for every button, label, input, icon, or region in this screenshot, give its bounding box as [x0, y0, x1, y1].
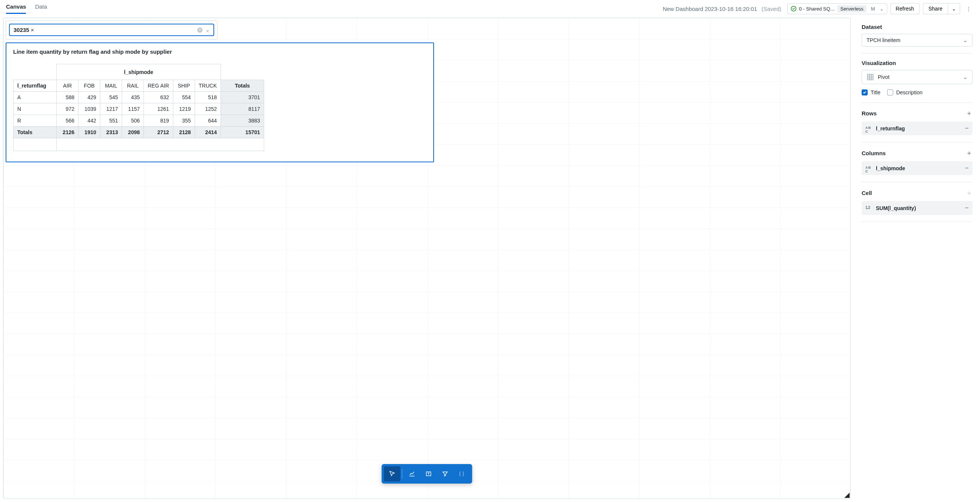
config-sidebar: Dataset TPCH lineitem ⌄ Visualization Pi…	[854, 17, 980, 502]
cell-section: Cell ＋ 1.2 SUM(l_quantity) −	[862, 188, 972, 215]
filter-tag-remove-icon[interactable]: ×	[31, 27, 34, 33]
share-button[interactable]: Share	[923, 3, 948, 14]
pivot-row: A 588429545435632554518 3701	[14, 92, 264, 103]
dataset-value: TPCH lineitem	[867, 37, 900, 43]
pivot-title: Line item quantity by return flag and sh…	[13, 48, 426, 55]
pivot-widget[interactable]: Line item quantity by return flag and sh…	[6, 43, 434, 162]
header-bar: Canvas Data New Dashboard 2023-10-16 16:…	[0, 0, 980, 17]
pivot-col-header: REG AIR	[144, 80, 173, 92]
braces-icon	[458, 470, 465, 477]
sql-warehouse-selector[interactable]: 0 - Shared SQ… Serverless M ⌄	[787, 3, 887, 14]
pivot-totals-row: Totals 2126191023132098271221282414 1570…	[14, 127, 264, 138]
rows-section: Rows ＋ A BC l_returnflag −	[862, 109, 972, 135]
pivot-totals-header: Totals	[221, 80, 264, 92]
row-field-pill[interactable]: A BC l_returnflag −	[862, 121, 972, 135]
chart-tool-button[interactable]	[404, 466, 420, 481]
pivot-col-header: RAIL	[122, 80, 144, 92]
description-checkbox-row[interactable]: Description	[887, 89, 923, 95]
remove-column-field-button[interactable]: −	[965, 164, 969, 172]
pivot-row-dim-header: l_returnflag	[14, 80, 57, 92]
checkbox-unchecked-icon	[887, 89, 893, 95]
string-type-icon: A BC	[865, 126, 872, 131]
pivot-col-header: FOB	[78, 80, 100, 92]
share-dropdown-button[interactable]: ⌄	[948, 3, 960, 14]
pivot-row: N 972103912171157126112191252 8117	[14, 103, 264, 115]
dataset-heading: Dataset	[862, 24, 972, 30]
remove-row-field-button[interactable]: −	[965, 124, 969, 132]
sql-warehouse-label: 0 - Shared SQ…	[799, 6, 835, 12]
pointer-icon	[389, 470, 396, 477]
chevron-down-icon: ⌄	[952, 6, 956, 12]
canvas-toolbar	[382, 464, 473, 484]
remove-cell-field-button[interactable]: −	[965, 204, 969, 212]
saved-status: (Saved)	[762, 6, 781, 12]
pivot-spacer-row	[14, 138, 264, 151]
header-tabs: Canvas Data	[6, 3, 47, 14]
row-field-name: l_returnflag	[876, 126, 905, 132]
text-box-icon	[425, 470, 432, 477]
title-checkbox-label: Title	[871, 89, 880, 95]
add-row-field-button[interactable]: ＋	[966, 109, 972, 118]
text-tool-button[interactable]	[420, 466, 437, 481]
pivot-row: R 566442551506819355644 3883	[14, 115, 264, 127]
overflow-menu-button[interactable]: ⋮	[963, 5, 974, 13]
rows-heading: Rows	[862, 110, 877, 116]
pivot-super-column: l_shipmode	[57, 64, 221, 80]
warehouse-size: M	[869, 5, 877, 13]
pointer-tool-button[interactable]	[384, 466, 401, 481]
visualization-heading: Visualization	[862, 60, 972, 66]
filter-tag-value: 30235	[14, 27, 29, 33]
filter-widget[interactable]: 30235 × × ⌄	[6, 20, 218, 40]
filter-icon	[442, 470, 449, 477]
header-center: New Dashboard 2023-10-16 16:20:01 (Saved…	[663, 6, 781, 12]
description-checkbox-label: Description	[896, 89, 923, 95]
column-field-name: l_shipmode	[876, 165, 905, 172]
dataset-section: Dataset TPCH lineitem ⌄	[862, 24, 972, 47]
code-tool-button[interactable]	[453, 466, 470, 481]
filter-tool-button[interactable]	[437, 466, 453, 481]
columns-section: Columns ＋ A BC l_shipmode −	[862, 148, 972, 175]
dashboard-title: New Dashboard 2023-10-16 16:20:01	[663, 6, 757, 12]
resize-handle-icon[interactable]	[844, 492, 850, 498]
add-column-field-button[interactable]: ＋	[966, 148, 972, 157]
chevron-down-icon: ⌄	[880, 6, 884, 12]
chevron-down-icon: ⌄	[963, 74, 967, 80]
pivot-col-header: MAIL	[100, 80, 122, 92]
column-field-pill[interactable]: A BC l_shipmode −	[862, 161, 972, 175]
tab-canvas[interactable]: Canvas	[6, 3, 26, 14]
app-root: Canvas Data New Dashboard 2023-10-16 16:…	[0, 0, 980, 502]
cell-field-pill[interactable]: 1.2 SUM(l_quantity) −	[862, 201, 972, 215]
line-chart-icon	[409, 470, 415, 477]
pivot-col-header: AIR	[57, 80, 78, 92]
string-type-icon: A BC	[865, 166, 872, 171]
check-circle-icon	[791, 6, 797, 12]
svg-rect-2	[868, 75, 873, 80]
columns-heading: Columns	[862, 150, 886, 156]
visualization-section: Visualization Pivot ⌄ Title	[862, 60, 972, 95]
canvas-content: 30235 × × ⌄ Line item quantity by return…	[3, 18, 850, 165]
checkbox-checked-icon	[862, 89, 868, 95]
filter-tag: 30235 ×	[14, 27, 34, 33]
header-actions: 0 - Shared SQ… Serverless M ⌄ Refresh Sh…	[787, 3, 974, 14]
pivot-icon	[867, 73, 874, 81]
pivot-table: l_shipmode l_returnflag AIR FOB MAIL RAI…	[13, 64, 264, 151]
pivot-col-header: TRUCK	[195, 80, 221, 92]
main-area: 30235 × × ⌄ Line item quantity by return…	[0, 17, 980, 502]
filter-input[interactable]: 30235 × × ⌄	[9, 24, 214, 36]
cell-heading: Cell	[862, 190, 872, 196]
dataset-selector[interactable]: TPCH lineitem ⌄	[862, 34, 972, 47]
chevron-down-icon: ⌄	[963, 37, 967, 43]
refresh-button[interactable]: Refresh	[890, 3, 920, 14]
kebab-icon: ⋮	[966, 6, 971, 12]
visualization-value: Pivot	[878, 74, 889, 80]
add-cell-field-button[interactable]: ＋	[966, 188, 972, 197]
cell-field-name: SUM(l_quantity)	[876, 205, 916, 211]
serverless-badge: Serverless	[837, 5, 866, 13]
tab-data[interactable]: Data	[35, 3, 47, 14]
title-checkbox-row[interactable]: Title	[862, 89, 880, 95]
number-type-icon: 1.2	[865, 205, 872, 211]
clear-filter-icon[interactable]: ×	[197, 27, 202, 33]
chevron-down-icon[interactable]: ⌄	[205, 27, 210, 33]
canvas[interactable]: 30235 × × ⌄ Line item quantity by return…	[3, 17, 851, 499]
visualization-selector[interactable]: Pivot ⌄	[862, 70, 972, 84]
